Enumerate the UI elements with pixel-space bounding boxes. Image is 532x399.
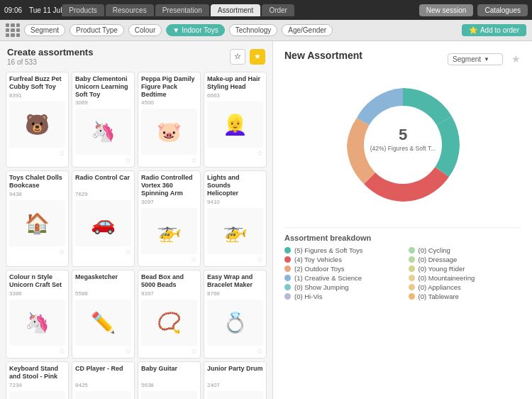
product-card-13[interactable]: CD Player - Red 8425 💿 ☆: [72, 361, 135, 399]
donut-center-number: 5: [398, 126, 406, 143]
filter-product-type[interactable]: Product Type: [70, 24, 124, 36]
legend-dot: [409, 284, 415, 290]
product-card-15[interactable]: Junior Party Drum 2407 🥁 ☆: [204, 361, 267, 399]
product-emoji: 🦄: [91, 120, 116, 143]
product-star[interactable]: ☆: [257, 347, 263, 355]
product-card-3[interactable]: Make-up and Hair Styling Head 6663 👱‍♀️ …: [204, 72, 267, 168]
product-card-10[interactable]: Bead Box and 5000 Beads 9397 📿 ☆: [138, 270, 201, 359]
segment-dropdown[interactable]: Segment ▼: [448, 53, 503, 65]
product-star[interactable]: ☆: [191, 156, 197, 164]
product-star[interactable]: ☆: [257, 149, 263, 157]
product-image: 👱‍♀️: [207, 102, 263, 148]
filter-indoor-toys-label: Indoor Toys: [182, 26, 218, 34]
legend-item-right-5: (0) Tableware: [409, 293, 521, 300]
product-name: Colour n Style Unicorn Craft Set: [9, 273, 65, 289]
tab-assortment[interactable]: Assortment: [211, 4, 261, 16]
product-star[interactable]: ☆: [125, 248, 131, 256]
product-card-6[interactable]: Radio Controlled Vortex 360 Spinning Arm…: [138, 170, 201, 266]
filter-age-gender[interactable]: Age/Gender: [282, 24, 333, 36]
right-star-button[interactable]: ★: [511, 53, 521, 65]
product-image: 🚁: [207, 208, 263, 254]
presentation-tab-label: Presentation: [162, 6, 202, 14]
legend-label: (0) Show Jumping: [294, 283, 349, 291]
product-card-2[interactable]: Peppa Pig Damily Figure Pack Bedtime 450…: [138, 72, 201, 168]
legend-dot: [409, 247, 415, 253]
segment-label: Segment: [453, 55, 481, 63]
new-session-button[interactable]: New session: [419, 4, 474, 16]
product-card-0[interactable]: Furfreal Buzz Pet Cubby Soft Toy 8391 🐻 …: [6, 72, 69, 168]
filter-bar: Segment Product Type Colour ▼ Indoor Toy…: [0, 20, 532, 41]
filter-technology[interactable]: Technology: [229, 24, 278, 36]
product-image: 📿: [141, 300, 197, 346]
product-card-7[interactable]: Lights and Sounds Helicopter 9410 🚁 ☆: [204, 170, 267, 266]
product-name: Radio Control Car: [75, 174, 131, 190]
catalogues-button[interactable]: Catalogues: [477, 4, 528, 16]
filter-indoor-toys[interactable]: ▼ Indoor Toys: [166, 24, 224, 36]
product-name: Keyboard Stand and Stool - Pink: [9, 365, 65, 381]
star-outline-button[interactable]: ☆: [230, 49, 245, 65]
product-id: 9438: [9, 191, 65, 197]
product-image: 🎸: [141, 391, 197, 399]
tab-order[interactable]: Order: [262, 4, 294, 16]
grid-view-icon[interactable]: [6, 23, 20, 38]
legend-dot: [284, 266, 291, 272]
product-image: 🐷: [141, 109, 197, 155]
product-card-14[interactable]: Baby Guitar 5638 🎸 ☆: [138, 361, 201, 399]
product-star[interactable]: ☆: [59, 248, 65, 256]
legend-label: (1) Creative & Science: [294, 274, 362, 282]
donut-chart-area: 5 (42%) Figures & Soft T...: [284, 74, 521, 216]
product-star[interactable]: ☆: [191, 347, 197, 355]
filter-age-gender-label: Age/Gender: [288, 26, 326, 34]
add-to-order-icon: ⭐: [469, 26, 477, 34]
legend-item-left-3: (1) Creative & Science: [284, 274, 397, 282]
main-content: Create assortments 16 of 533 ☆ ★ Furfrea…: [0, 41, 532, 399]
product-card-9[interactable]: Megasketcher 5588 ✏️ ☆: [72, 270, 135, 359]
product-name: Make-up and Hair Styling Head: [207, 75, 263, 91]
tab-products[interactable]: Products: [62, 4, 104, 16]
product-card-12[interactable]: Keyboard Stand and Stool - Pink 7234 🎹 ☆: [6, 361, 69, 399]
legend-item-right-0: (0) Cycling: [409, 246, 521, 254]
order-tab-label: Order: [269, 6, 287, 14]
product-id: 4500: [141, 99, 197, 106]
add-to-order-button[interactable]: ⭐ Add to order: [462, 24, 526, 36]
product-star[interactable]: ☆: [125, 156, 131, 164]
product-card-5[interactable]: Radio Control Car 7629 🚗 ☆: [72, 170, 135, 266]
product-id: 9410: [207, 199, 263, 205]
product-card-8[interactable]: Colour n Style Unicorn Craft Set 3386 🦄 …: [6, 270, 69, 359]
product-name: CD Player - Red: [75, 365, 131, 381]
product-emoji: 🐻: [25, 113, 50, 136]
product-id: 8391: [9, 92, 65, 99]
product-card-4[interactable]: Toys Chalet Dolls Bookcase 9438 🏠 ☆: [6, 170, 69, 266]
product-star[interactable]: ☆: [257, 256, 263, 263]
product-star[interactable]: ☆: [59, 149, 65, 157]
product-name: Baby Clementoni Unicorn Learning Soft To…: [75, 75, 131, 98]
star-filled-button[interactable]: ★: [250, 49, 265, 65]
product-star[interactable]: ☆: [59, 347, 65, 355]
product-image: 🦄: [9, 300, 65, 346]
legend-dot: [284, 293, 291, 300]
legend-label: (4) Toy Vehicles: [294, 256, 342, 263]
product-emoji: 👱‍♀️: [223, 113, 248, 136]
product-star[interactable]: ☆: [191, 256, 197, 263]
legend-item-left-0: (5) Figures & Soft Toys: [284, 246, 397, 254]
product-id: 3069: [75, 99, 131, 106]
tab-resources[interactable]: Resources: [106, 4, 154, 16]
nav-tabs: Products Resources Presentation Assortme…: [62, 4, 419, 16]
product-id: 8766: [207, 290, 263, 297]
product-star[interactable]: ☆: [125, 347, 131, 355]
time-display: 09:06: [4, 6, 22, 14]
filter-segment[interactable]: Segment: [24, 24, 65, 36]
new-assortment-title: New Assortment: [284, 50, 362, 61]
assortment-legend: (5) Figures & Soft Toys(0) Cycling(4) To…: [284, 246, 521, 300]
legend-item-left-1: (4) Toy Vehicles: [284, 256, 397, 263]
product-card-11[interactable]: Easy Wrap and Bracelet Maker 8766 💍 ☆: [204, 270, 267, 359]
products-tab-label: Products: [69, 6, 96, 14]
product-id: 3097: [141, 199, 197, 205]
filter-colour[interactable]: Colour: [128, 24, 162, 36]
product-card-1[interactable]: Baby Clementoni Unicorn Learning Soft To…: [72, 72, 135, 168]
page-title: Create assortments: [7, 47, 93, 58]
legend-label: (2) Outdoor Toys: [294, 265, 345, 273]
product-id: 5638: [141, 382, 197, 388]
product-id: 6663: [207, 92, 263, 99]
tab-presentation[interactable]: Presentation: [155, 4, 209, 16]
